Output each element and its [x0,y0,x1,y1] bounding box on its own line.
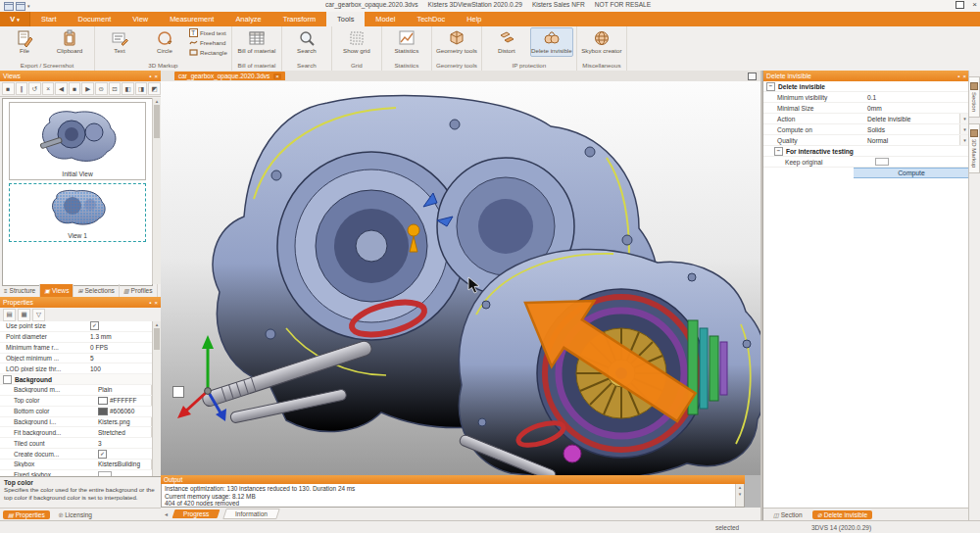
document-tab[interactable]: car_gearbox_opaque.2020.3dvs × [174,72,285,80]
markup-circle-button[interactable]: Circle [143,27,186,57]
document-area: car_gearbox_opaque.2020.3dvs × [161,71,760,520]
distort-button[interactable]: Distort [485,27,528,57]
ribbon-group-geometry-tools: Geometry tools Geometry tools [432,26,482,71]
window-icon-2[interactable] [16,2,25,11]
tab-selections[interactable]: ⊞Selections [74,284,119,297]
bill-of-material-button[interactable]: Bill of material [235,27,278,57]
filter-icon[interactable]: ▽ [32,309,45,321]
tab-measurement[interactable]: Measurement [159,12,224,26]
group-delete-invisible[interactable]: − Delete invisible [763,81,969,92]
close-window-icon[interactable]: × [972,2,977,8]
export-view-icon[interactable]: ◨ [135,82,148,95]
delete-view-icon[interactable]: × [42,82,55,95]
update-view-icon[interactable]: ⊡ [109,82,122,95]
compute-button[interactable]: Compute [854,168,969,178]
delete-invisible-button[interactable]: Delete invisible [530,27,573,57]
checkbox-checked[interactable]: ✓ [90,321,99,330]
property-group-background[interactable]: Background [0,374,161,385]
color-swatch-white[interactable] [98,397,108,405]
tab-help[interactable]: Help [456,12,492,26]
search-button[interactable]: Search [285,27,328,57]
output-panel-header[interactable]: Output [161,475,745,484]
structure-icon: ≡ [4,288,8,294]
properties-scrollbar[interactable]: ▴ [152,321,161,476]
geometry-tools-button[interactable]: Geometry tools [435,27,478,57]
tab-delete-invisible[interactable]: ⊘Delete invisible [812,510,872,519]
markup-rectangle-button[interactable]: Rectangle [188,48,228,57]
scroll-up-icon[interactable]: ▴ [156,321,159,327]
tab-properties[interactable]: ▤Properties [3,510,50,519]
refresh-icon[interactable]: ↺ [28,82,41,95]
tab-views[interactable]: ▣Views [40,284,74,297]
tab-profiles[interactable]: ▥Profiles [120,284,158,297]
tab-analyze[interactable]: Analyze [224,12,271,26]
view-thumbnail-initial[interactable]: Initial View [9,102,146,180]
tab-model[interactable]: Model [365,12,406,26]
clipboard-export-button[interactable]: Clipboard [48,27,91,57]
checkbox-checked[interactable]: ✓ [98,450,107,459]
close-icon[interactable]: × [154,300,158,306]
tab-structure[interactable]: ≡Structure [0,284,40,297]
scroll-down-icon[interactable]: ▾ [736,491,744,498]
color-swatch-dark[interactable] [98,408,108,415]
view-thumbnail-1[interactable]: View 1 [9,183,146,242]
view-thumbnail-label: View 1 [12,232,143,239]
file-export-button[interactable]: File [3,27,46,57]
markup-freehand-button[interactable]: Freehand [188,38,228,47]
3d-viewport[interactable] [161,81,760,475]
markup-text-button[interactable]: Text [98,27,141,57]
show-grid-button[interactable]: Show grid [335,27,378,57]
chevron-down-icon[interactable]: ▾ [27,3,30,9]
tab-tools[interactable]: Tools [326,12,365,26]
pin-icon[interactable]: ▪ [957,73,959,79]
views-scrollbar[interactable]: ▴ [152,98,161,284]
statistics-button[interactable]: Statistics [385,27,428,57]
collapsed-tab-section[interactable]: Section [969,76,980,118]
restore-view-icon[interactable] [748,73,757,80]
tab-view[interactable]: View [122,12,159,26]
view-option-icon[interactable]: ◧ [122,82,134,95]
tab-techdoc[interactable]: TechDoc [406,12,456,26]
play-icon[interactable]: ▶ [81,82,94,95]
close-icon[interactable]: × [962,73,966,79]
tab-transform[interactable]: Transform [272,12,326,26]
scrollbar-thumb[interactable] [154,105,160,138]
viewport-checkbox[interactable] [172,386,184,398]
categorize-icon[interactable]: ▤ [3,309,16,321]
pin-icon[interactable]: ▪ [149,300,151,306]
tab-progress[interactable]: Progress [172,509,220,518]
previous-view-icon[interactable]: ◀ [55,82,68,95]
restore-window-icon[interactable] [956,1,964,9]
stop-icon[interactable]: ■ [2,82,15,95]
close-document-icon[interactable]: × [273,73,281,79]
tab-document[interactable]: Document [68,12,122,26]
create-view-icon[interactable]: ⊙ [95,82,108,95]
collapse-icon[interactable]: − [774,147,783,156]
collapse-icon[interactable] [3,375,12,384]
tab-section[interactable]: ◫Section [768,510,808,519]
scroll-up-icon[interactable]: ▴ [156,98,159,104]
markup-fixed-text-button[interactable]: T Fixed text [188,28,228,37]
ribbon-group-statistics: Statistics Statistics [382,26,432,71]
output-scrollbar[interactable]: ▴ ▾ [735,484,744,507]
group-for-interactive-testing[interactable]: − For interactive testing [763,146,969,157]
skybox-creator-button[interactable]: Skybox creator [580,27,623,57]
scrollbar-thumb[interactable] [154,328,160,350]
tab-information[interactable]: Information [223,509,281,519]
sort-icon[interactable]: ▦ [18,309,30,321]
import-view-icon[interactable]: ◩ [148,82,161,95]
pin-icon[interactable]: ▪ [149,73,151,79]
close-icon[interactable]: × [154,73,158,79]
row-minimum-visibility: Minimum visibility 0.1 [763,92,969,103]
app-menu-button[interactable]: V ▾ [0,12,30,26]
scroll-up-icon[interactable]: ▴ [736,484,744,491]
collapsed-tab-3d-markup[interactable]: 3D Markup [969,123,980,173]
keep-original-input[interactable] [875,158,889,166]
window-icon[interactable] [4,2,14,11]
stop-playback-icon[interactable]: ■ [69,82,81,95]
collapse-icon[interactable]: − [766,82,775,91]
pause-icon[interactable]: ∥ [16,82,28,95]
tab-start[interactable]: Start [30,12,68,26]
tab-licensing[interactable]: ℗Licensing [54,510,97,519]
scroll-left-icon[interactable]: ◂ [165,510,168,517]
